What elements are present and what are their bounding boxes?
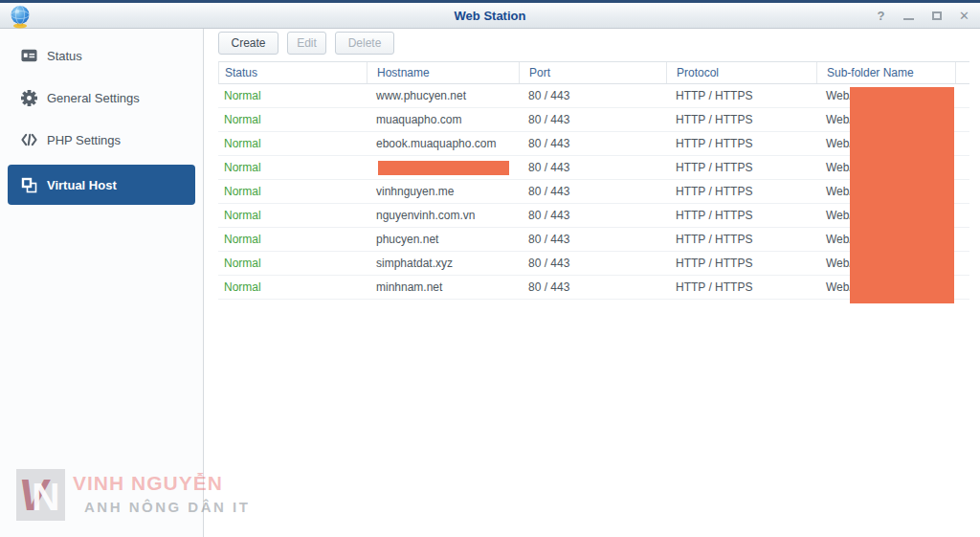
cell-protocol: HTTP / HTTPS	[666, 89, 816, 102]
cell-status: Normal	[218, 161, 367, 174]
cell-hostname: www.phucyen.net	[367, 89, 519, 102]
cell-hostname: nguyenvinh.com.vn	[367, 209, 519, 222]
sidebar-item-label: Virtual Host	[47, 178, 117, 192]
sidebar-item-general-settings[interactable]: General Settings	[0, 77, 203, 119]
gear-icon	[21, 90, 37, 106]
cell-protocol: HTTP / HTTPS	[666, 113, 816, 126]
column-header-subfolder[interactable]: Sub-folder Name	[817, 62, 956, 83]
cell-port: 80 / 443	[519, 257, 666, 270]
column-header-status[interactable]: Status	[219, 62, 368, 83]
cell-port: 80 / 443	[519, 89, 666, 102]
cell-protocol: HTTP / HTTPS	[666, 257, 816, 270]
help-icon[interactable]: ?	[875, 9, 887, 24]
status-card-icon	[21, 48, 37, 64]
cell-hostname: vinhnguyen.me	[367, 185, 519, 198]
column-header-filler	[956, 62, 969, 83]
cell-protocol: HTTP / HTTPS	[666, 280, 816, 294]
cell-hostname: ebook.muaquapho.com	[367, 137, 519, 150]
cell-protocol: HTTP / HTTPS	[666, 185, 816, 198]
sidebar-item-label: PHP Settings	[47, 133, 121, 147]
cell-protocol: HTTP / HTTPS	[666, 137, 816, 150]
cell-port: 80 / 443	[519, 280, 666, 294]
cell-status: Normal	[218, 233, 367, 246]
cell-hostname	[367, 161, 519, 175]
cell-status: Normal	[218, 257, 367, 270]
cell-protocol: HTTP / HTTPS	[666, 233, 816, 246]
cell-hostname: simphatdat.xyz	[367, 257, 519, 270]
cell-port: 80 / 443	[519, 161, 666, 174]
cell-status: Normal	[218, 113, 367, 126]
cell-port: 80 / 443	[519, 113, 666, 126]
cell-status: Normal	[218, 89, 367, 102]
cell-hostname: minhnam.net	[367, 280, 519, 294]
hostname-redaction	[378, 161, 509, 175]
cell-protocol: HTTP / HTTPS	[666, 209, 816, 222]
maximize-icon[interactable]	[930, 9, 943, 24]
cell-port: 80 / 443	[519, 185, 666, 198]
cell-hostname: phucyen.net	[367, 233, 519, 246]
sidebar: Status General Settings	[0, 29, 204, 537]
cell-status: Normal	[218, 209, 367, 222]
subfolder-redaction-overlay	[850, 87, 954, 303]
column-header-protocol[interactable]: Protocol	[667, 62, 817, 83]
close-icon[interactable]: ✕	[958, 9, 970, 24]
sidebar-item-php-settings[interactable]: PHP Settings	[0, 119, 203, 161]
cell-port: 80 / 443	[519, 209, 666, 222]
window-title: Web Station	[0, 3, 980, 29]
cell-protocol: HTTP / HTTPS	[666, 161, 816, 174]
virtual-host-icon	[21, 177, 37, 193]
cell-port: 80 / 443	[519, 137, 666, 150]
window-controls: ? ✕	[875, 3, 970, 29]
cell-hostname: muaquapho.com	[367, 113, 519, 126]
delete-button[interactable]: Delete	[335, 32, 394, 55]
sidebar-item-status[interactable]: Status	[0, 34, 203, 77]
cell-status: Normal	[218, 280, 367, 294]
column-header-port[interactable]: Port	[520, 62, 667, 83]
create-button[interactable]: Create	[218, 32, 278, 55]
sidebar-item-virtual-host[interactable]: Virtual Host	[8, 165, 195, 205]
cell-status: Normal	[218, 185, 367, 198]
sidebar-item-label: General Settings	[47, 91, 140, 105]
minimize-icon[interactable]	[902, 9, 915, 24]
sidebar-item-label: Status	[47, 49, 82, 63]
cell-port: 80 / 443	[519, 233, 666, 246]
column-header-hostname[interactable]: Hostname	[368, 62, 520, 83]
edit-button[interactable]: Edit	[287, 32, 326, 55]
cell-status: Normal	[218, 137, 367, 150]
code-icon	[21, 132, 37, 148]
table-header: Status Hostname Port Protocol Sub-folder…	[218, 61, 969, 84]
